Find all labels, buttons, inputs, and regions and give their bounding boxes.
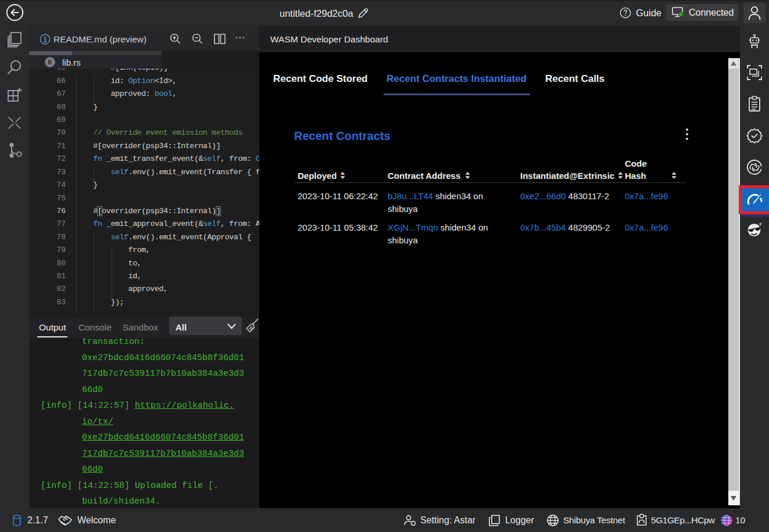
svg-text:R: R xyxy=(48,59,53,66)
